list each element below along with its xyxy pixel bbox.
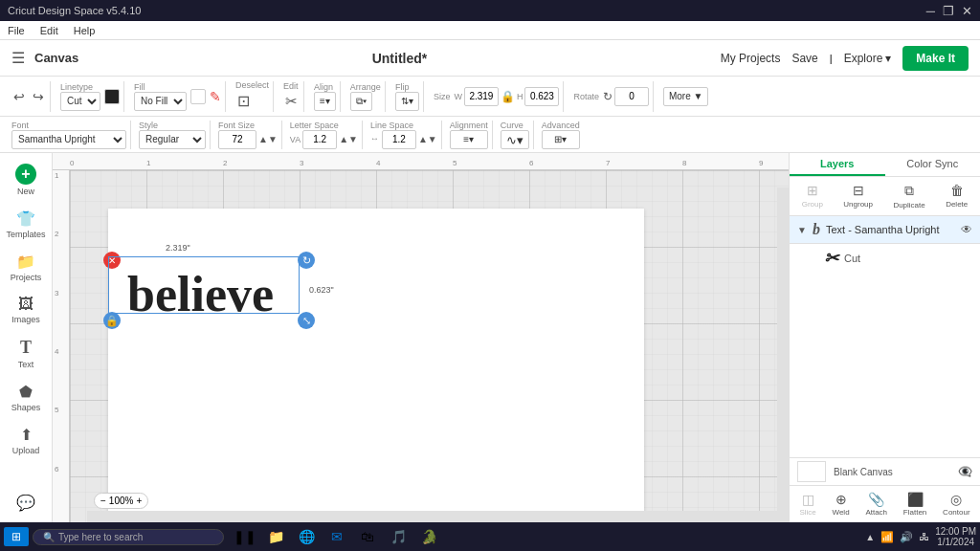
undo-btn[interactable]: ↩ [11, 87, 27, 106]
tray-arrow[interactable]: ▲ [865, 532, 875, 542]
weld-btn[interactable]: ⊕ Weld [827, 490, 856, 518]
deselect-btn[interactable]: ⊡ [235, 90, 252, 112]
alignment-btn[interactable]: ≡▾ [450, 130, 488, 149]
rotate-input[interactable] [614, 87, 649, 106]
scale-handle[interactable]: ⤡ [298, 312, 315, 329]
flatten-btn[interactable]: ⬛ Flatten [898, 490, 932, 518]
ruler-tick-0: 0 [70, 159, 146, 167]
sidebar-item-templates[interactable]: 👕 Templates [3, 205, 49, 244]
menu-edit[interactable]: Edit [40, 25, 58, 36]
font-size-group: Font Size ▲▼ [214, 121, 282, 149]
linetype-select[interactable]: Cut [60, 92, 100, 111]
restore-btn[interactable]: ❐ [943, 4, 954, 18]
slice-btn[interactable]: ◫ Slice [793, 490, 821, 518]
font-size-input[interactable] [218, 130, 256, 149]
blank-canvas-swatch[interactable] [797, 461, 826, 482]
tb-cricut[interactable]: 🐊 [415, 523, 442, 550]
blank-canvas-row: Blank Canvas 👁‍🗨 [790, 457, 980, 485]
start-button[interactable]: ⊞ [4, 527, 29, 546]
taskbar-right: ▲ 📶 🔊 🖧 12:00 PM 1/1/2024 [865, 526, 976, 547]
menu-help[interactable]: Help [74, 25, 96, 36]
group-action[interactable]: ⊞ Group [798, 181, 827, 211]
projects-icon: 📁 [16, 253, 35, 271]
taskbar-apps: ❚❚ 📁 🌐 ✉ 🛍 🎵 🐊 [232, 523, 442, 550]
sidebar-item-text[interactable]: T Text [3, 333, 49, 374]
layer-visibility-btn[interactable]: 👁 [961, 223, 972, 236]
make-it-button[interactable]: Make It [902, 46, 969, 71]
advanced-btn[interactable]: ⊞▾ [542, 130, 580, 149]
lock-icon[interactable]: 🔒 [501, 90, 515, 103]
canvas-content[interactable]: ✕ ↻ 2.319" believe 0.623" 🔒 ⤡ − 100% + [70, 170, 789, 522]
rotate-handle[interactable]: ↻ [298, 252, 315, 269]
tab-color-sync[interactable]: Color Sync [885, 153, 981, 176]
vertical-scrollbar[interactable] [777, 187, 789, 511]
explore-btn[interactable]: Explore ▾ [844, 52, 892, 65]
zoom-in-btn[interactable]: + [136, 496, 142, 506]
style-select[interactable]: Regular [139, 130, 206, 149]
minimize-btn[interactable]: ─ [926, 4, 935, 18]
sidebar-item-chat[interactable]: 💬 [3, 489, 49, 517]
my-projects-btn[interactable]: My Projects [721, 52, 781, 65]
line-space-input[interactable] [382, 130, 416, 149]
sidebar-text-label: Text [18, 360, 34, 369]
canvas-text-believe[interactable]: believe [127, 266, 274, 322]
sidebar-item-shapes[interactable]: ⬟ Shapes [3, 378, 49, 417]
layer-item[interactable]: ▼ b Text - Samantha Upright 👁 [790, 216, 980, 244]
lock-handle[interactable]: 🔒 [103, 312, 121, 329]
contour-btn[interactable]: ◎ Contour [937, 490, 975, 518]
close-btn[interactable]: ✕ [962, 4, 972, 18]
sidebar-item-images[interactable]: 🖼 Images [3, 291, 49, 329]
fill-select[interactable]: No Fill [134, 92, 187, 111]
sidebar-item-projects[interactable]: 📁 Projects [3, 248, 49, 287]
layer-expand-icon[interactable]: ▼ [797, 225, 807, 235]
ungroup-action[interactable]: ⊟ Ungroup [839, 181, 877, 211]
chat-icon: 💬 [16, 494, 35, 512]
menubar: File Edit Help [0, 21, 980, 40]
ruler-ltick-6: 6 [53, 464, 69, 522]
delete-action[interactable]: 🗑 Delete [942, 181, 971, 211]
sidebar-item-upload[interactable]: ⬆ Upload [3, 421, 49, 460]
canvas-white [108, 209, 644, 522]
size-w-input[interactable] [464, 87, 499, 106]
linetype-color-swatch[interactable] [104, 89, 120, 104]
sidebar-upload-label: Upload [12, 446, 40, 455]
delete-handle[interactable]: ✕ [103, 252, 121, 269]
arrange-btn[interactable]: ⧉▾ [350, 92, 372, 111]
duplicate-action[interactable]: ⧉ Duplicate [889, 181, 928, 211]
style-label: Style [139, 121, 206, 130]
menu-file[interactable]: File [8, 25, 25, 36]
align-btn[interactable]: ≡▾ [314, 92, 336, 111]
tb-task-view[interactable]: ❚❚ [232, 523, 258, 550]
fill-edit-icon[interactable]: ✎ [210, 89, 221, 104]
save-button[interactable]: Save [791, 52, 817, 65]
search-icon: 🔍 [43, 532, 55, 542]
tb-store[interactable]: 🛍 [354, 523, 381, 550]
font-select[interactable]: Samantha Upright [11, 130, 126, 149]
letter-space-input[interactable] [302, 130, 337, 149]
curve-btn[interactable]: ∿▾ [501, 130, 529, 149]
horizontal-scrollbar[interactable] [87, 511, 789, 522]
more-btn[interactable]: More ▼ [663, 87, 708, 106]
tb-file-explorer[interactable]: 📁 [262, 523, 289, 550]
tb-edge[interactable]: 🌐 [293, 523, 320, 550]
line-space-stepper[interactable]: ▲▼ [418, 134, 437, 144]
tab-layers[interactable]: Layers [790, 153, 885, 176]
attach-btn[interactable]: 📎 Attach [859, 490, 893, 518]
edit-btn[interactable]: ✂ [283, 91, 300, 112]
separator: | [830, 53, 833, 64]
fill-color-swatch[interactable] [190, 89, 206, 104]
height-label: 0.623" [309, 285, 334, 295]
blank-canvas-visibility-btn[interactable]: 👁‍🗨 [958, 465, 972, 478]
sidebar-new-label: New [17, 187, 34, 196]
tb-music[interactable]: 🎵 [385, 523, 412, 550]
letter-space-stepper[interactable]: ▲▼ [339, 134, 358, 144]
zoom-out-btn[interactable]: − [100, 496, 106, 506]
flip-btn[interactable]: ⇅▾ [395, 92, 419, 111]
size-h-input[interactable] [524, 87, 559, 106]
tb-mail[interactable]: ✉ [323, 523, 350, 550]
hamburger-menu[interactable]: ☰ [11, 49, 25, 67]
redo-btn[interactable]: ↪ [31, 87, 46, 106]
taskbar-search[interactable]: 🔍 Type here to search [33, 529, 224, 545]
font-size-stepper[interactable]: ▲▼ [258, 134, 278, 144]
sidebar-item-new[interactable]: + New [3, 159, 49, 201]
